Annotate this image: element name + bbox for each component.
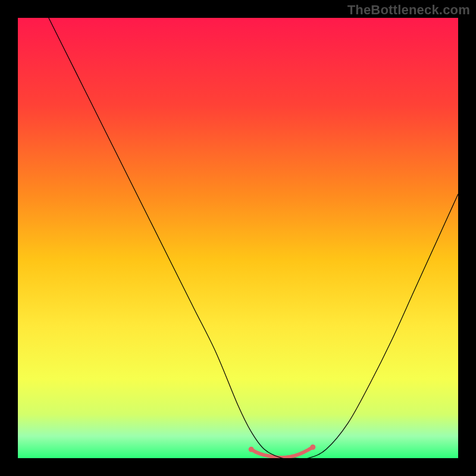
highlight-endpoint [310,444,315,450]
gradient-background [18,18,458,458]
bottleneck-chart [18,18,458,458]
chart-frame: TheBottleneck.com [0,0,476,476]
watermark-text: TheBottleneck.com [347,2,470,18]
highlight-endpoint [249,447,254,452]
plot-area [18,18,458,458]
